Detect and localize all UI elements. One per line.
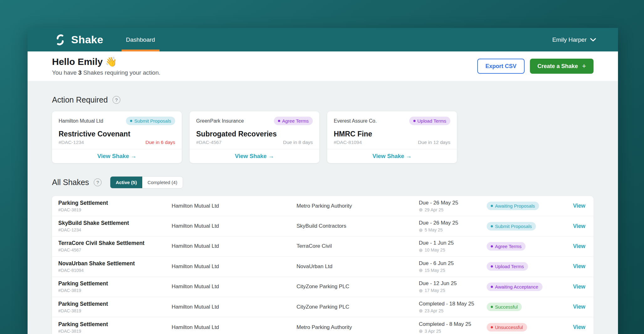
date-plus-icon: ⊕ [419,288,423,293]
help-icon[interactable]: ? [113,96,120,104]
status-dot-icon [130,120,132,122]
export-csv-button[interactable]: Export CSV [477,59,525,74]
status-label: Agree Terms [495,244,521,249]
row-due-cell: Completed - 18 May 25 ⊕ 23 Apr 25 [419,301,487,313]
shake-logo-icon [54,34,66,46]
view-link[interactable]: View [573,284,585,290]
status-label: Upload Terms [495,264,524,269]
status-badge: Awaiting Acceptance [487,283,542,291]
row-reference-id: #DAC-1234 [58,227,172,232]
view-shake-button[interactable]: View Shake → [190,149,319,163]
table-row: Parking Settlement #DAC-3819 Hamilton Mu… [52,317,594,334]
table-row: TerraCore Civil Shake Settlement #DAC-45… [52,236,594,257]
row-status-cell: Awaiting Proposals [487,202,559,210]
tab-completed[interactable]: Completed (4) [142,177,183,188]
status-badge: Awaiting Proposals [487,202,539,210]
row-status-cell: Awaiting Acceptance [487,283,559,291]
shakes-filter-tabs: Active (5) Completed (4) [110,176,183,188]
view-shake-button[interactable]: View Shake → [327,149,457,163]
all-shakes-header: All Shakes ? Active (5) Completed (4) [52,176,594,188]
status-dot-icon [491,326,493,328]
row-start-date-label: 29 Apr 25 [425,207,443,212]
view-link[interactable]: View [573,223,585,230]
row-status-cell: Agree Terms [487,242,559,251]
row-start-date: ⊕ 5 May 25 [419,227,487,232]
section-title-action-required: Action Required [52,95,108,104]
row-due-cell: Completed - 8 May 25 ⊕ 3 Apr 25 [419,321,487,334]
date-plus-icon: ⊕ [419,268,423,273]
nav-item-dashboard[interactable]: Dashboard [122,28,160,51]
row-due-date: Due - 26 May 25 [419,220,487,226]
row-due-date: Completed - 8 May 25 [419,321,487,327]
arrow-right-icon: → [131,153,137,159]
main-nav: Dashboard [122,28,160,51]
subtitle-prefix: You have [52,69,78,76]
row-title: TerraCore Civil Shake Settlement [58,240,172,247]
status-badge: Agree Terms [487,242,526,251]
status-label: Upload Terms [417,118,446,124]
action-card: Hamilton Mutual Ltd Submit Proposals Res… [52,111,182,163]
table-row: SkyBuild Shake Settlement #DAC-1234 Hami… [52,216,594,236]
row-title: Parking Settlement [58,321,172,328]
card-company: Everest Assure Co. [334,118,377,124]
row-title: Parking Settlement [58,280,172,287]
view-link[interactable]: View [573,304,585,310]
action-card-body: GreenPark Insurance Agree Terms Subrogat… [190,111,319,149]
plus-icon: + [582,62,586,70]
user-menu[interactable]: Emily Harper [552,36,596,43]
row-name-cell: Parking Settlement #DAC-3819 [58,200,172,212]
status-badge: Unsuccessful [487,323,527,331]
status-label: Unsuccessful [495,325,523,330]
tab-active[interactable]: Active (5) [110,177,142,188]
help-icon[interactable]: ? [94,178,102,186]
greeting-subtitle: You have 3 Shakes requiring your action. [52,69,160,76]
chevron-down-icon [590,36,596,43]
view-link[interactable]: View [573,263,585,270]
view-link[interactable]: View [573,243,585,250]
app-header: Shake Dashboard Emily Harper [28,28,618,51]
view-link[interactable]: View [573,324,585,331]
status-dot-icon [491,225,493,227]
table-row: Parking Settlement #DAC-3819 Hamilton Mu… [52,196,594,216]
action-required-header: Action Required ? [52,95,594,104]
row-due-cell: Due - 26 May 25 ⊕ 29 Apr 25 [419,200,487,212]
card-due-date: Due in 8 days [283,140,313,145]
card-due-date: Due in 6 days [145,140,175,145]
row-due-cell: Due - 6 Jun 25 ⊕ 15 May 25 [419,260,487,273]
action-card-body: Hamilton Mutual Ltd Submit Proposals Res… [52,111,182,149]
status-dot-icon [491,205,493,207]
row-status-cell: Upload Terms [487,262,559,271]
row-start-date: ⊕ 3 Apr 25 [419,329,487,334]
shakes-table: Parking Settlement #DAC-3819 Hamilton Mu… [52,196,594,334]
subtitle-suffix: Shakes requiring your action. [81,69,160,76]
brand-name: Shake [71,34,103,46]
create-shake-button[interactable]: Create a Shake + [530,59,594,74]
user-name: Emily Harper [552,36,587,43]
row-name-cell: Parking Settlement #DAC-3819 [58,301,172,313]
row-due-cell: Due - 12 Jun 25 ⊕ 17 May 25 [419,280,487,293]
row-status-cell: Submit Proposals [487,222,559,231]
view-shake-button[interactable]: View Shake → [52,149,182,163]
row-due-date: Due - 6 Jun 25 [419,260,487,267]
card-company: GreenPark Insurance [196,118,244,124]
date-plus-icon: ⊕ [419,308,423,313]
status-dot-icon [491,306,493,308]
status-dot-icon [491,245,493,247]
table-row: NovaUrban Shake Settlement #DAC-81094 Ha… [52,257,594,277]
row-start-date: ⊕ 17 May 25 [419,288,487,293]
view-shake-label: View Shake [235,153,266,159]
row-reference-id: #DAC-4567 [58,247,172,252]
status-badge: Upload Terms [409,117,450,125]
view-link[interactable]: View [573,203,585,209]
status-badge: Agree Terms [274,117,313,125]
view-shake-label: View Shake [372,153,404,159]
row-reference-id: #DAC-3819 [58,207,172,212]
action-card: Everest Assure Co. Upload Terms HMRC Fin… [327,111,457,163]
card-title: Subrogated Recoveries [196,130,313,138]
card-company: Hamilton Mutual Ltd [59,118,103,124]
row-start-date-label: 10 May 25 [425,247,445,252]
row-due-cell: Due - 26 May 25 ⊕ 5 May 25 [419,220,487,232]
date-plus-icon: ⊕ [419,207,423,212]
status-label: Successful [495,304,518,310]
row-reference-id: #DAC-3819 [58,288,172,293]
